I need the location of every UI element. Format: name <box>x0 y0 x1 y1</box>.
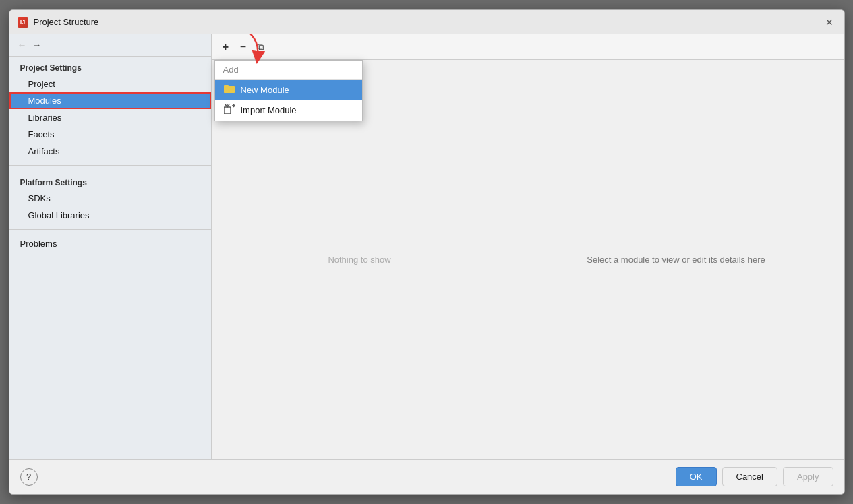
forward-arrow[interactable]: → <box>32 40 42 51</box>
title-bar-left: IJ Project Structure <box>18 17 99 28</box>
apply-button[interactable]: Apply <box>783 467 833 486</box>
ok-button[interactable]: OK <box>676 467 717 486</box>
sidebar-divider-2 <box>9 229 211 230</box>
svg-rect-3 <box>224 107 231 114</box>
dropdown-item-import-module-label: Import Module <box>241 105 297 115</box>
title-bar: IJ Project Structure ✕ <box>9 10 844 34</box>
dialog-title: Project Structure <box>34 17 99 27</box>
platform-settings-section-label: Platform Settings <box>9 171 211 190</box>
footer-buttons: OK Cancel Apply <box>676 467 833 486</box>
close-button[interactable]: ✕ <box>823 15 836 29</box>
sidebar-item-problems[interactable]: Problems <box>9 235 211 252</box>
dropdown-header: Add <box>215 61 362 80</box>
copy-button[interactable]: ⧉ <box>254 40 268 55</box>
sidebar-item-libraries[interactable]: Libraries <box>9 109 211 126</box>
project-structure-dialog: IJ Project Structure ✕ ← → Project Setti… <box>9 9 845 495</box>
toolbar: + − ⧉ Add <box>212 34 844 60</box>
import-icon <box>223 104 235 116</box>
dropdown-item-import-module[interactable]: Import Module <box>215 100 362 121</box>
dialog-footer: ? OK Cancel Apply <box>9 459 844 494</box>
nav-arrows: ← → <box>9 34 211 57</box>
svg-rect-2 <box>224 85 229 88</box>
add-dropdown: Add New Module <box>214 60 363 121</box>
remove-button[interactable]: − <box>236 40 251 55</box>
sidebar: ← → Project Settings Project Modules Lib… <box>9 34 212 459</box>
sidebar-item-global-libraries[interactable]: Global Libraries <box>9 207 211 224</box>
details-placeholder-text: Select a module to view or edit its deta… <box>587 255 765 265</box>
details-panel: Select a module to view or edit its deta… <box>508 60 844 459</box>
sidebar-item-sdks[interactable]: SDKs <box>9 190 211 207</box>
sidebar-item-artifacts[interactable]: Artifacts <box>9 143 211 160</box>
sidebar-divider-1 <box>9 165 211 166</box>
nothing-to-show-label: Nothing to show <box>328 255 390 265</box>
app-icon: IJ <box>18 17 28 28</box>
cancel-button[interactable]: Cancel <box>722 467 777 486</box>
dialog-body: ← → Project Settings Project Modules Lib… <box>9 34 844 459</box>
folder-svg <box>224 84 235 93</box>
help-button[interactable]: ? <box>20 468 38 486</box>
folder-icon <box>223 84 235 95</box>
sidebar-item-modules[interactable]: Modules <box>9 92 211 109</box>
import-svg <box>224 104 235 114</box>
dropdown-item-new-module[interactable]: New Module <box>215 80 362 100</box>
project-settings-section-label: Project Settings <box>9 57 211 75</box>
dropdown-item-new-module-label: New Module <box>241 85 289 95</box>
add-button[interactable]: + <box>218 40 233 55</box>
back-arrow[interactable]: ← <box>18 40 27 51</box>
sidebar-item-facets[interactable]: Facets <box>9 126 211 143</box>
sidebar-item-project[interactable]: Project <box>9 75 211 92</box>
main-area: + − ⧉ Add <box>212 34 844 459</box>
